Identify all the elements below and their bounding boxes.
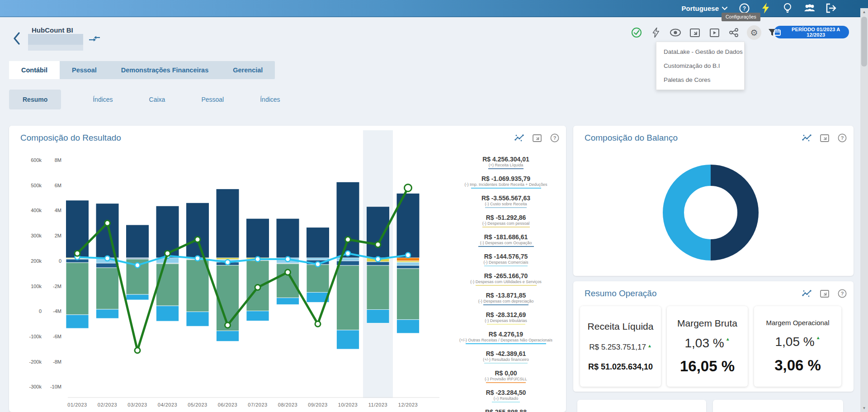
waterfall-item-11[interactable]: R$ 0,00(-) Provisão IRPJ/CSLL — [448, 369, 564, 383]
svg-text:400k: 400k — [31, 208, 42, 213]
svg-text:8M: 8M — [55, 157, 61, 163]
waterfall-label: (-) Despesas com Utilidades e Serviços — [448, 279, 564, 284]
expand-icon[interactable] — [820, 289, 830, 298]
waterfall-value: R$ -42.389,61 — [448, 350, 564, 357]
main-tabs: Contábil Pessoal Demonstrações Financeir… — [9, 61, 275, 79]
tab-gerencial[interactable]: Gerencial — [221, 61, 275, 79]
subtab-caixa[interactable]: Caixa — [145, 96, 170, 103]
logout-icon[interactable] — [826, 3, 836, 14]
waterfall-underline — [492, 402, 520, 403]
kpi-margem-bruta[interactable]: Margem Bruta 1,03 %▲ 16,05 % — [667, 306, 748, 387]
back-button[interactable] — [13, 32, 21, 45]
waterfall-item-7[interactable]: R$ -13.871,85(-) Despesas com depreciaçã… — [448, 292, 564, 305]
refresh-lightning-icon[interactable] — [650, 26, 662, 39]
share-icon[interactable] — [727, 26, 740, 39]
svg-text:?: ? — [742, 5, 745, 12]
insights-icon[interactable] — [514, 133, 524, 143]
eye-icon[interactable] — [669, 26, 682, 39]
kpi-title: Receita Líquida — [588, 321, 654, 332]
subtab-indices-2[interactable]: Índices — [255, 96, 284, 103]
scroll-down-arrow[interactable]: ▼ — [860, 404, 868, 412]
svg-text:07/2023: 07/2023 — [248, 402, 267, 407]
tab-pessoal[interactable]: Pessoal — [60, 61, 109, 79]
waterfall-item-12[interactable]: R$ -23.284,50(=) Resultado — [448, 389, 564, 403]
svg-text:09/2023: 09/2023 — [308, 402, 327, 407]
collapse-arrows-icon[interactable] — [89, 34, 100, 43]
svg-text:11/2023: 11/2023 — [368, 402, 387, 407]
help-icon[interactable]: ? — [837, 289, 847, 298]
next-row-card — [577, 400, 706, 412]
composicao-balanco-donut[interactable] — [573, 126, 854, 276]
help-circle-icon[interactable]: ? — [739, 3, 750, 14]
next-row-card — [713, 400, 843, 412]
svg-text:01/2023: 01/2023 — [67, 402, 87, 407]
waterfall-underline — [482, 227, 530, 227]
svg-text:-100k: -100k — [29, 334, 42, 339]
page-scrollbar[interactable]: ▲ ▼ — [860, 8, 868, 412]
waterfall-underline — [471, 188, 541, 189]
menu-item-datalake[interactable]: DataLake - Gestão de Dados — [656, 45, 744, 59]
settings-gear-icon[interactable]: ⚙ — [747, 25, 761, 40]
subtab-pessoal[interactable]: Pessoal — [197, 96, 228, 103]
kpi-value: 1,03 % — [684, 336, 724, 350]
kpi-value: R$ 5.253.751,17 — [589, 343, 646, 352]
subtab-resumo[interactable]: Resumo — [9, 90, 61, 109]
help-icon[interactable]: ? — [550, 133, 560, 143]
language-selector[interactable]: Portuguese — [681, 5, 728, 12]
svg-text:-4M: -4M — [53, 308, 61, 314]
waterfall-item-5[interactable]: R$ -144.576,75(-) Despesas Comerciais — [448, 253, 564, 266]
company-placeholder[interactable] — [28, 34, 83, 45]
svg-text:200k: 200k — [31, 258, 42, 264]
kpi-margem-operacional[interactable]: Margem Operacional 1,05 %▲ 3,06 % — [754, 306, 841, 387]
chevron-down-icon — [722, 6, 728, 10]
waterfall-item-2[interactable]: R$ -3.556.567,63(-) Custo sobre Receita — [448, 194, 564, 208]
waterfall-item-1[interactable]: R$ -1.069.935,79(-) Imp. Incidentes Sobr… — [448, 175, 564, 189]
waterfall-label: (-) Despesas com Ocupação — [448, 241, 564, 246]
waterfall-item-4[interactable]: R$ -181.686,61(-) Despesas com Ocupação — [448, 233, 564, 247]
waterfall-value: R$ -3.556.567,63 — [448, 194, 564, 202]
scrollbar-thumb[interactable] — [861, 17, 867, 66]
kpi-receita-liquida[interactable]: Receita Líquida R$ 5.253.751,17▲ R$ 51.0… — [580, 306, 661, 387]
menu-item-paletas[interactable]: Paletas de Cores — [656, 73, 744, 87]
waterfall-value: R$ -23.284,50 — [448, 389, 564, 396]
waterfall-item-8[interactable]: R$ -28.312,69(-) Despesas tributárias — [448, 311, 564, 325]
svg-text:-10M: -10M — [50, 384, 61, 389]
waterfall-item-6[interactable]: R$ -265.166,70(-) Despesas com Utilidade… — [448, 272, 564, 286]
waterfall-value: R$ -28.312,69 — [448, 311, 564, 318]
svg-text:300k: 300k — [31, 233, 42, 238]
settings-dropdown: DataLake - Gestão de Dados Customização … — [656, 42, 745, 90]
period-button[interactable]: PERÍODO 01/2023 A 12/2023 — [774, 26, 849, 38]
waterfall-value: R$ 0,00 — [448, 369, 564, 377]
report-actions: ⚙ 1 — [630, 25, 780, 40]
presentation-icon[interactable] — [708, 26, 721, 39]
svg-text:-6M: -6M — [53, 334, 61, 339]
waterfall-underline — [478, 246, 534, 247]
waterfall-item-13[interactable]: R$ 255.898,88(=) Resultado Acumulado — [448, 408, 564, 412]
waterfall-item-0[interactable]: R$ 4.256.304,01(+) Receita Líquida — [448, 156, 564, 169]
waterfall-underline — [485, 207, 527, 208]
trend-up-icon: ▲ — [816, 335, 821, 341]
app-title: HubCount BI — [32, 26, 73, 34]
composicao-resultado-chart[interactable]: 600k500k400k300k200k100k0-100k-200k-300k… — [9, 126, 447, 412]
lightbulb-icon[interactable] — [782, 3, 793, 14]
waterfall-item-9[interactable]: R$ 4.276,19(+/-) Outras Receitas / Despe… — [448, 331, 564, 344]
fullscreen-icon[interactable] — [689, 26, 701, 39]
waterfall-value-list: R$ 4.256.304,01(+) Receita LíquidaR$ -1.… — [448, 156, 564, 412]
svg-text:6M: 6M — [55, 183, 61, 188]
tab-demonstracoes-financeiras[interactable]: Demonstrações Financeiras — [109, 61, 221, 79]
menu-item-customizacao[interactable]: Customização do B.I — [656, 59, 744, 73]
waterfall-item-10[interactable]: R$ -42.389,61(+/-) Resultado financeiro — [448, 350, 564, 364]
scroll-up-arrow[interactable]: ▲ — [860, 8, 868, 16]
insights-icon[interactable] — [802, 289, 812, 298]
tab-contabil[interactable]: Contábil — [9, 61, 60, 79]
svg-text:0: 0 — [39, 308, 42, 314]
validated-check-icon[interactable] — [630, 26, 643, 39]
expand-icon[interactable] — [532, 133, 542, 143]
waterfall-item-3[interactable]: R$ -51.292,86(-) Despesas com pessoal — [448, 214, 564, 227]
lightning-icon[interactable] — [760, 3, 771, 14]
waterfall-underline — [487, 324, 525, 325]
waterfall-underline — [476, 285, 537, 286]
people-icon[interactable] — [804, 3, 815, 14]
waterfall-label: (-) Provisão IRPJ/CSLL — [448, 377, 564, 382]
subtab-indices-1[interactable]: Índices — [88, 96, 117, 103]
